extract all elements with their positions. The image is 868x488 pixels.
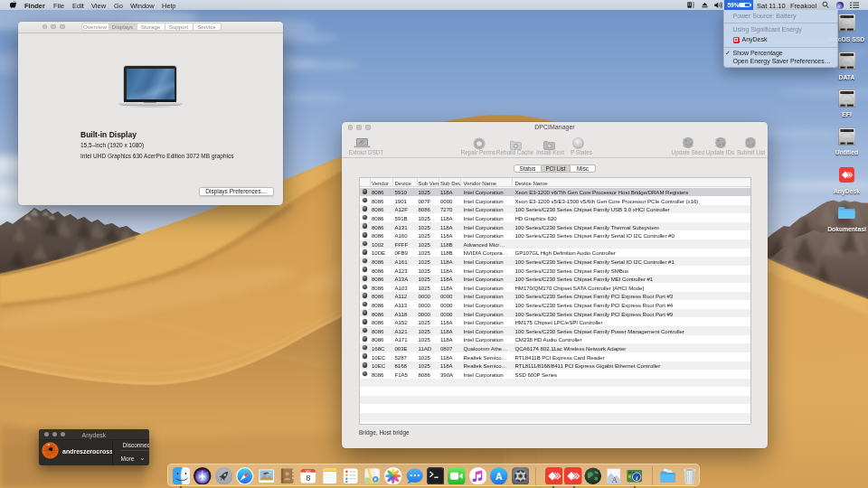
svg-text:8: 8 [307,474,311,483]
svg-text:A: A [612,474,618,483]
svg-text:i: i [636,474,637,480]
svg-text:A: A [495,470,503,481]
